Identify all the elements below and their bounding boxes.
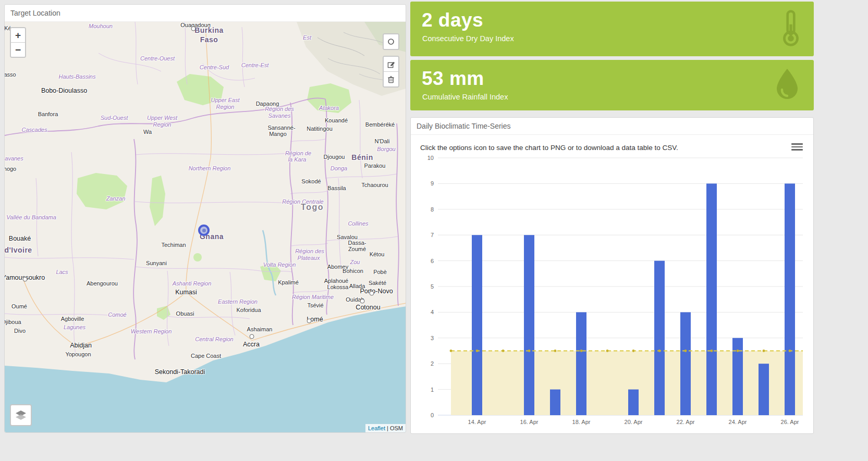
svg-text:1: 1 — [431, 387, 434, 393]
svg-text:2: 2 — [431, 360, 434, 367]
zoom-control: + − — [10, 27, 26, 58]
rainfall-index-card: 53 mm Cumulative Rainfall Index — [410, 60, 814, 110]
hamburger-icon[interactable] — [791, 142, 803, 151]
svg-text:16. Apr: 16. Apr — [520, 419, 539, 425]
svg-text:26. Apr: 26. Apr — [781, 419, 799, 425]
edit-layers-button[interactable] — [384, 57, 398, 71]
city-marker — [23, 277, 28, 282]
svg-text:7: 7 — [431, 232, 434, 238]
rainfall-index-value: 53 mm — [422, 68, 814, 90]
map-panel: Target Location — [4, 4, 406, 433]
draw-circle-button[interactable] — [384, 34, 398, 49]
map-canvas[interactable]: OuagadougMouhounBurkinaFasoKéEstCentre-O… — [5, 22, 406, 432]
city-marker — [360, 299, 365, 304]
layers-control[interactable] — [10, 404, 32, 426]
osm-text: OSM — [390, 425, 403, 431]
svg-text:4: 4 — [431, 309, 434, 315]
leaflet-link[interactable]: Leaflet — [368, 425, 385, 431]
edit-delete-control — [383, 56, 399, 88]
dry-day-index-value: 2 days — [422, 9, 814, 31]
city-marker — [307, 319, 312, 323]
map-attribution: Leaflet | OSM — [365, 424, 406, 432]
rainfall-index-label: Cumulative Rainfall Index — [422, 93, 814, 101]
bioclimatic-chart[interactable]: 01234567891014. Apr16. Apr18. Apr20. Apr… — [418, 154, 806, 426]
thermometer-icon — [779, 9, 802, 49]
chart-panel-title: Daily Bioclimatic Time-Series — [411, 118, 813, 135]
target-location-marker[interactable] — [198, 225, 210, 236]
trash-icon — [387, 76, 395, 83]
svg-text:8: 8 — [431, 206, 434, 213]
chart-subtitle: Click the options icon to save the chart… — [420, 144, 792, 152]
svg-text:14. Apr: 14. Apr — [468, 419, 486, 425]
zoom-out-button[interactable]: − — [11, 43, 25, 57]
dry-day-index-card: 2 days Consecutive Dry Day Index — [410, 2, 814, 56]
draw-circle-control — [383, 33, 399, 50]
edit-pencil-icon — [387, 60, 395, 68]
water-drop-icon — [772, 67, 802, 104]
svg-text:5: 5 — [431, 283, 434, 290]
svg-text:10: 10 — [427, 155, 434, 161]
svg-text:20. Apr: 20. Apr — [625, 419, 643, 425]
delete-layers-button[interactable] — [384, 72, 398, 86]
zoom-in-button[interactable]: + — [11, 28, 25, 42]
city-marker — [370, 291, 374, 296]
dry-day-index-label: Consecutive Dry Day Index — [422, 34, 814, 43]
svg-text:6: 6 — [431, 258, 434, 264]
attribution-separator: | — [385, 425, 390, 431]
layers-icon — [15, 410, 27, 420]
svg-text:0: 0 — [431, 412, 434, 418]
map-panel-title: Target Location — [5, 5, 406, 22]
circle-icon — [387, 38, 395, 45]
chart-panel: Daily Bioclimatic Time-Series Click the … — [410, 117, 814, 434]
svg-text:3: 3 — [431, 335, 434, 341]
svg-text:22. Apr: 22. Apr — [677, 419, 695, 425]
city-marker — [191, 27, 196, 31]
svg-text:24. Apr: 24. Apr — [729, 419, 747, 425]
svg-text:18. Apr: 18. Apr — [572, 419, 591, 425]
city-marker — [250, 334, 254, 339]
svg-text:9: 9 — [431, 180, 434, 186]
